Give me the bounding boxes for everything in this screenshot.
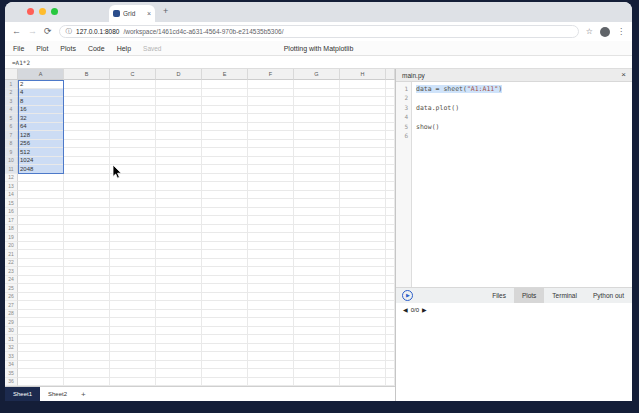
- minimize-window-button[interactable]: [39, 8, 46, 15]
- cell-partial-29[interactable]: [386, 318, 395, 327]
- column-header-G[interactable]: G: [294, 69, 340, 80]
- cell-F22[interactable]: [248, 259, 294, 268]
- run-button[interactable]: ▶: [402, 290, 413, 301]
- cell-D1[interactable]: [156, 80, 202, 89]
- row-header-4[interactable]: 4: [5, 106, 18, 115]
- cell-partial-30[interactable]: [386, 327, 395, 336]
- cell-A9[interactable]: 512: [18, 148, 64, 157]
- cell-H36[interactable]: [340, 378, 386, 387]
- cell-F36[interactable]: [248, 378, 294, 387]
- row-header-30[interactable]: 30: [5, 327, 18, 336]
- cell-H27[interactable]: [340, 301, 386, 310]
- cell-E14[interactable]: [202, 191, 248, 200]
- cell-C1[interactable]: [110, 80, 156, 89]
- cell-B29[interactable]: [64, 318, 110, 327]
- row-header-31[interactable]: 31: [5, 335, 18, 344]
- cell-A7[interactable]: 128: [18, 131, 64, 140]
- cell-partial-15[interactable]: [386, 199, 395, 208]
- cell-G29[interactable]: [294, 318, 340, 327]
- reload-icon[interactable]: ⟳: [44, 27, 52, 36]
- cell-G32[interactable]: [294, 344, 340, 353]
- cell-C23[interactable]: [110, 267, 156, 276]
- cell-H31[interactable]: [340, 335, 386, 344]
- cell-F3[interactable]: [248, 97, 294, 106]
- cell-H28[interactable]: [340, 310, 386, 319]
- cell-B23[interactable]: [64, 267, 110, 276]
- cell-F28[interactable]: [248, 310, 294, 319]
- cell-B35[interactable]: [64, 369, 110, 378]
- cell-H7[interactable]: [340, 131, 386, 140]
- cell-A1[interactable]: 2: [18, 80, 64, 89]
- cell-E22[interactable]: [202, 259, 248, 268]
- cell-F6[interactable]: [248, 123, 294, 132]
- cell-D36[interactable]: [156, 378, 202, 387]
- cell-B28[interactable]: [64, 310, 110, 319]
- cell-G12[interactable]: [294, 174, 340, 183]
- row-header-3[interactable]: 3: [5, 97, 18, 106]
- row-header-36[interactable]: 36: [5, 378, 18, 387]
- cell-H16[interactable]: [340, 208, 386, 217]
- cell-E32[interactable]: [202, 344, 248, 353]
- cell-partial-35[interactable]: [386, 369, 395, 378]
- cell-G9[interactable]: [294, 148, 340, 157]
- cell-A19[interactable]: [18, 233, 64, 242]
- cell-D24[interactable]: [156, 276, 202, 285]
- cell-D15[interactable]: [156, 199, 202, 208]
- cell-A10[interactable]: 1024: [18, 157, 64, 166]
- cell-E21[interactable]: [202, 250, 248, 259]
- cell-A31[interactable]: [18, 335, 64, 344]
- cell-D9[interactable]: [156, 148, 202, 157]
- cell-B14[interactable]: [64, 191, 110, 200]
- cell-F30[interactable]: [248, 327, 294, 336]
- cell-H9[interactable]: [340, 148, 386, 157]
- cell-G36[interactable]: [294, 378, 340, 387]
- tab-close-icon[interactable]: ×: [147, 10, 151, 17]
- row-header-21[interactable]: 21: [5, 250, 18, 259]
- cell-partial-34[interactable]: [386, 361, 395, 370]
- cell-partial-22[interactable]: [386, 259, 395, 268]
- cell-C26[interactable]: [110, 293, 156, 302]
- row-header-12[interactable]: 12: [5, 174, 18, 183]
- cell-partial-4[interactable]: [386, 106, 395, 115]
- cell-F2[interactable]: [248, 89, 294, 98]
- cell-B11[interactable]: [64, 165, 110, 174]
- cell-H29[interactable]: [340, 318, 386, 327]
- cell-H32[interactable]: [340, 344, 386, 353]
- cell-D22[interactable]: [156, 259, 202, 268]
- cell-C31[interactable]: [110, 335, 156, 344]
- cell-F32[interactable]: [248, 344, 294, 353]
- cell-G10[interactable]: [294, 157, 340, 166]
- cell-C19[interactable]: [110, 233, 156, 242]
- cell-G34[interactable]: [294, 361, 340, 370]
- cell-B30[interactable]: [64, 327, 110, 336]
- cell-H13[interactable]: [340, 182, 386, 191]
- cell-E33[interactable]: [202, 352, 248, 361]
- plots-prev-icon[interactable]: ◀: [403, 306, 408, 313]
- cell-C21[interactable]: [110, 250, 156, 259]
- cell-E26[interactable]: [202, 293, 248, 302]
- cell-E11[interactable]: [202, 165, 248, 174]
- cell-partial-36[interactable]: [386, 378, 395, 387]
- cell-A4[interactable]: 16: [18, 106, 64, 115]
- cell-partial-14[interactable]: [386, 191, 395, 200]
- cell-D3[interactable]: [156, 97, 202, 106]
- menu-item-help[interactable]: Help: [117, 45, 131, 52]
- cell-D30[interactable]: [156, 327, 202, 336]
- row-header-23[interactable]: 23: [5, 267, 18, 276]
- cell-E13[interactable]: [202, 182, 248, 191]
- cell-B22[interactable]: [64, 259, 110, 268]
- cell-H5[interactable]: [340, 114, 386, 123]
- cell-F12[interactable]: [248, 174, 294, 183]
- cell-H21[interactable]: [340, 250, 386, 259]
- cell-A29[interactable]: [18, 318, 64, 327]
- cell-B10[interactable]: [64, 157, 110, 166]
- cell-H12[interactable]: [340, 174, 386, 183]
- cell-D10[interactable]: [156, 157, 202, 166]
- cell-C32[interactable]: [110, 344, 156, 353]
- cell-D19[interactable]: [156, 233, 202, 242]
- row-header-2[interactable]: 2: [5, 89, 18, 98]
- cell-G26[interactable]: [294, 293, 340, 302]
- cell-G1[interactable]: [294, 80, 340, 89]
- column-header-A[interactable]: A: [18, 69, 64, 80]
- formula-bar[interactable]: =A1*2: [5, 56, 632, 69]
